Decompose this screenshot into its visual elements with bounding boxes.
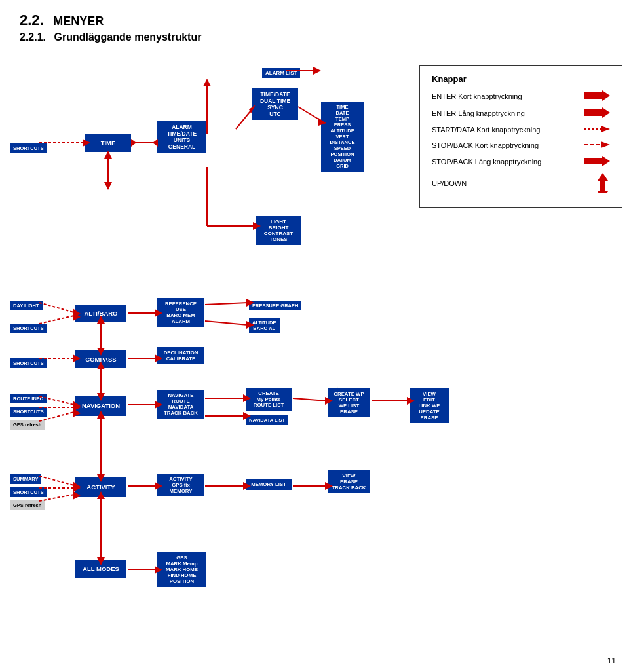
activity-sub-box: ACTIVITY GPS fix MEMORY — [157, 474, 204, 496]
gps-refresh-activity-label: GPS refresh — [10, 498, 45, 510]
day-light-label: DAY LIGHT — [10, 298, 43, 310]
settings-box: TIME DATE TEMP PRESS ALTITUDE VERT DISTA… — [321, 102, 364, 172]
alarm-list-label: ALARM LIST — [262, 65, 300, 78]
alarm-box: ALARM TIME/DATE UNITS GENERAL — [157, 121, 206, 153]
shortcuts-compass-label: SHORTCUTS — [10, 356, 47, 368]
create-wp-box: CREATE WP SELECT WP LIST ERASE — [328, 388, 370, 417]
create-route-box: CREATE My Points ROUTE LIST — [246, 388, 292, 411]
pressure-graph-label: PRESSURE GRAPH — [249, 298, 301, 310]
all-modes-box: ALL MODES — [75, 560, 126, 578]
alti-baro-box: ALTI/BARO — [75, 305, 126, 322]
svg-marker-1 — [584, 107, 610, 118]
svg-line-48 — [205, 303, 248, 305]
altitude-baro-label: ALTITUDE BARO AL — [249, 318, 280, 333]
info-row-updown: UP/DOWN — [432, 173, 610, 194]
light-box: LIGHT BRIGHT CONTRAST TONES — [256, 216, 301, 245]
svg-marker-5 — [601, 141, 610, 148]
key-info-box: Knappar ENTER Kort knapptryckning ENTER … — [419, 65, 622, 208]
svg-marker-3 — [601, 126, 610, 132]
activity-box: ACTIVITY — [75, 477, 126, 497]
declination-box: DECLINATION CALIBRATE — [157, 347, 204, 364]
svg-marker-20 — [203, 79, 211, 86]
svg-marker-0 — [584, 90, 610, 101]
summary-label: SUMMARY — [10, 472, 41, 484]
navidata-list-box: NAVIDATA LIST — [246, 413, 288, 425]
time-box: TIME — [85, 134, 131, 152]
shortcuts-activity-label: SHORTCUTS — [10, 485, 47, 497]
view-erase-box: VIEW ERASE TRACK BACK — [328, 470, 370, 493]
svg-marker-6 — [584, 156, 610, 166]
memory-list-box: MEMORY LIST — [246, 477, 292, 490]
gps-refresh-nav-label: GPS refresh — [10, 417, 45, 430]
shortcuts-alti-label: SHORTCUTS — [10, 321, 47, 333]
svg-marker-10 — [598, 191, 608, 193]
section-title: MENYER — [53, 14, 104, 28]
svg-marker-18 — [104, 182, 112, 190]
shortcuts-nav-label: SHORTCUTS — [10, 404, 47, 417]
compass-box: COMPASS — [75, 350, 126, 368]
subsection-title: Grundläggande menystruktur — [54, 31, 201, 43]
wp-actions-box: VIEW EDIT LINK WP UPDATE ERASE — [410, 388, 449, 423]
shortcuts-label-upper: SHORTCUTS — [10, 141, 47, 153]
svg-line-68 — [293, 398, 326, 401]
info-row-enter-short: ENTER Kort knapptryckning — [432, 90, 610, 102]
svg-line-42 — [39, 303, 74, 312]
route-info-label: ROUTE INFO — [10, 391, 47, 403]
reference-box: REFERENCE USE BARO MEM ALARM — [157, 298, 204, 327]
navigation-box: NAVIGATION — [75, 396, 126, 416]
navigate-box: NAVIGATE ROUTE NAVIDATA TRACK BACK — [157, 390, 204, 419]
svg-line-50 — [205, 321, 248, 325]
svg-line-72 — [39, 476, 74, 485]
section-number: 2.2. — [20, 12, 44, 28]
svg-marker-22 — [313, 67, 321, 75]
svg-rect-8 — [600, 179, 605, 186]
info-row-stop-short: STOP/BACK Kort knapptryckning — [432, 140, 610, 151]
all-modes-sub-box: GPS MARK Memp MARK HOME FIND HOME POSITI… — [157, 552, 206, 587]
info-row-stop-long: STOP/BACK Lång knapptryckning — [432, 156, 610, 168]
svg-line-23 — [236, 111, 250, 129]
info-box-heading: Knappar — [432, 74, 610, 84]
svg-marker-14 — [131, 139, 136, 147]
subsection-number: 2.2.1. — [20, 31, 46, 43]
time-date-box: TIME/DATE DUAL TIME SYNC UTC — [252, 88, 298, 120]
info-row-enter-long: ENTER Lång knapptryckning — [432, 107, 610, 119]
page-number: 11 — [607, 656, 616, 665]
info-row-start-short: START/DATA Kort knapptryckning — [432, 124, 610, 135]
svg-line-25 — [298, 107, 320, 120]
